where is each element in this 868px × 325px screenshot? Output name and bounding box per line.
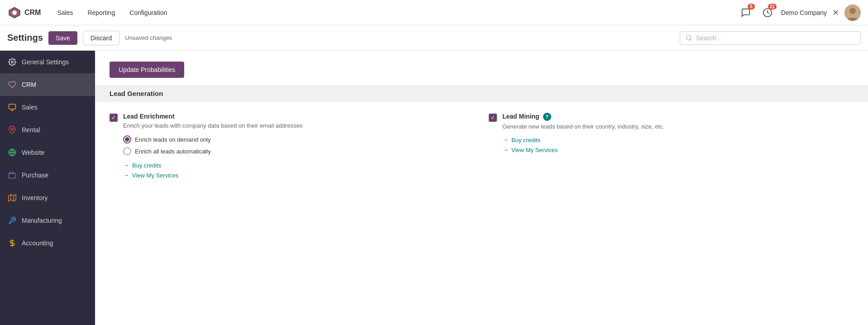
enrichment-view-services-label: View My Services bbox=[132, 172, 178, 179]
lead-mining-title: Lead Mining ? bbox=[502, 113, 664, 121]
settings-content: Update Probabilities Lead Generation ✓ L… bbox=[95, 51, 868, 325]
sidebar-label-website: Website bbox=[22, 149, 44, 156]
svg-point-6 bbox=[687, 35, 691, 40]
lead-enrichment-checkbox[interactable]: ✓ bbox=[110, 114, 118, 122]
activity-button[interactable]: 21 bbox=[759, 5, 776, 21]
nav-reporting[interactable]: Reporting bbox=[82, 6, 120, 19]
sidebar-label-manufacturing: Manufacturing bbox=[22, 217, 62, 224]
sidebar-item-website[interactable]: Website bbox=[0, 141, 95, 164]
question-mark-icon[interactable]: ? bbox=[543, 113, 551, 121]
unsaved-changes-text: Unsaved changes bbox=[125, 34, 172, 41]
sidebar-label-purchase: Purchase bbox=[22, 172, 48, 179]
sales-icon bbox=[7, 102, 17, 112]
sidebar-item-general-settings[interactable]: General Settings bbox=[0, 51, 95, 73]
radio-on-demand[interactable]: Enrich leads on demand only bbox=[123, 135, 303, 143]
enrichment-buy-credits-label: Buy credits bbox=[132, 162, 161, 169]
app-name: CRM bbox=[24, 9, 41, 17]
search-icon bbox=[686, 34, 692, 42]
search-box bbox=[680, 31, 861, 45]
sidebar-item-manufacturing[interactable]: Manufacturing bbox=[0, 209, 95, 232]
sidebar: General Settings CRM Sales bbox=[0, 51, 95, 325]
sidebar-item-purchase[interactable]: Purchase bbox=[0, 164, 95, 186]
messages-badge: 5 bbox=[748, 4, 755, 10]
close-icon[interactable]: ✕ bbox=[832, 8, 839, 18]
search-input[interactable] bbox=[696, 34, 855, 42]
discard-button[interactable]: Discard bbox=[83, 31, 119, 45]
user-avatar[interactable] bbox=[844, 5, 861, 21]
sidebar-label-rental: Rental bbox=[22, 126, 40, 134]
settings-title: Settings bbox=[7, 33, 43, 43]
avatar-image bbox=[844, 5, 861, 21]
odoo-logo-icon bbox=[7, 5, 22, 20]
radio-outer-all-auto bbox=[123, 147, 131, 155]
lead-enrichment-checkbox-area: ✓ bbox=[110, 113, 118, 182]
app-logo[interactable]: CRM bbox=[7, 5, 41, 20]
enrichment-view-services-link[interactable]: → View My Services bbox=[123, 172, 303, 179]
nav-sales[interactable]: Sales bbox=[52, 6, 78, 19]
svg-point-2 bbox=[12, 10, 17, 15]
radio-all-auto[interactable]: Enrich all leads automatically bbox=[123, 147, 303, 155]
arrow-right-icon-3: → bbox=[502, 136, 509, 143]
checkbox-check-icon: ✓ bbox=[111, 115, 116, 121]
sidebar-item-inventory[interactable]: Inventory bbox=[0, 186, 95, 209]
settings-bar: Settings Save Discard Unsaved changes bbox=[0, 25, 868, 51]
sidebar-item-sales[interactable]: Sales bbox=[0, 96, 95, 119]
enrichment-buy-credits-link[interactable]: → Buy credits bbox=[123, 162, 303, 169]
svg-point-12 bbox=[11, 128, 14, 130]
nav-right: 5 21 Demo Company ✕ bbox=[738, 5, 861, 21]
radio-inner-on-demand bbox=[125, 137, 129, 142]
lead-enrichment-detail: Lead Enrichment Enrich your leads with c… bbox=[123, 113, 303, 182]
section-label: Lead Generation bbox=[110, 90, 163, 97]
mining-view-services-label: View My Services bbox=[511, 147, 558, 153]
messages-button[interactable]: 5 bbox=[738, 5, 754, 21]
main-layout: General Settings CRM Sales bbox=[0, 51, 868, 325]
lead-enrichment-radio-group: Enrich leads on demand only Enrich all l… bbox=[123, 135, 303, 155]
nav-links: Sales Reporting Configuration bbox=[52, 6, 737, 19]
svg-rect-15 bbox=[9, 173, 16, 178]
sidebar-label-sales: Sales bbox=[22, 104, 38, 111]
manufacturing-icon bbox=[7, 215, 17, 225]
svg-point-5 bbox=[849, 8, 856, 14]
svg-point-8 bbox=[11, 61, 14, 63]
crm-icon bbox=[7, 80, 17, 90]
lead-mining-checkbox[interactable]: ✓ bbox=[489, 114, 497, 122]
top-nav: CRM Sales Reporting Configuration 5 21 D… bbox=[0, 0, 868, 25]
lead-enrichment-description: Enrich your leads with company data base… bbox=[123, 122, 303, 130]
sidebar-label-crm: CRM bbox=[22, 81, 36, 88]
sidebar-item-crm[interactable]: CRM bbox=[0, 73, 95, 96]
lead-mining-description: Generate new leads based on their countr… bbox=[502, 123, 664, 131]
mining-buy-credits-link[interactable]: → Buy credits bbox=[502, 136, 664, 143]
gear-icon bbox=[7, 57, 17, 67]
svg-marker-16 bbox=[9, 195, 16, 201]
sidebar-item-rental[interactable]: Rental bbox=[0, 119, 95, 141]
activity-badge: 21 bbox=[768, 4, 777, 10]
arrow-right-icon-2: → bbox=[123, 172, 129, 179]
radio-on-demand-label: Enrich leads on demand only bbox=[135, 136, 211, 143]
svg-line-7 bbox=[690, 39, 692, 40]
nav-configuration[interactable]: Configuration bbox=[124, 6, 172, 19]
lead-generation-settings: ✓ Lead Enrichment Enrich your leads with… bbox=[95, 102, 868, 192]
purchase-icon bbox=[7, 170, 17, 180]
svg-rect-9 bbox=[9, 104, 16, 109]
mining-view-services-link[interactable]: → View My Services bbox=[502, 146, 664, 153]
lead-generation-section-header: Lead Generation bbox=[95, 85, 868, 102]
lead-enrichment-block: ✓ Lead Enrichment Enrich your leads with… bbox=[110, 113, 474, 182]
sidebar-label-accounting: Accounting bbox=[22, 239, 53, 247]
save-button[interactable]: Save bbox=[48, 31, 77, 45]
update-btn-area: Update Probabilities bbox=[95, 51, 868, 85]
sidebar-label-inventory: Inventory bbox=[22, 194, 48, 201]
update-probabilities-button[interactable]: Update Probabilities bbox=[110, 62, 184, 78]
rental-icon bbox=[7, 125, 17, 135]
website-icon bbox=[7, 148, 17, 158]
accounting-icon bbox=[7, 238, 17, 248]
inventory-icon bbox=[7, 193, 17, 203]
radio-outer-on-demand bbox=[123, 135, 131, 143]
arrow-right-icon-4: → bbox=[502, 146, 509, 153]
sidebar-item-accounting[interactable]: Accounting bbox=[0, 232, 95, 254]
mining-buy-credits-label: Buy credits bbox=[511, 137, 540, 143]
lead-mining-checkbox-area: ✓ bbox=[489, 113, 497, 182]
company-name: Demo Company bbox=[781, 9, 827, 16]
radio-all-auto-label: Enrich all leads automatically bbox=[135, 148, 211, 155]
lead-mining-block: ✓ Lead Mining ? Generate new leads based… bbox=[489, 113, 854, 182]
lead-enrichment-title: Lead Enrichment bbox=[123, 113, 303, 120]
